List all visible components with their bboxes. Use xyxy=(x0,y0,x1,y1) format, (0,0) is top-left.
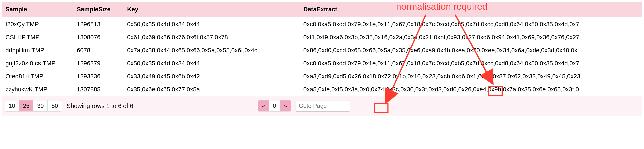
table-row[interactable]: I20xQy.TMP 1296813 0x50,0x35,0x4d,0x34,0… xyxy=(2,17,642,31)
page-size-50[interactable]: 50 xyxy=(48,100,62,112)
next-page-button[interactable]: » xyxy=(280,100,291,112)
cell-extract: 0x86,0xd0,0xcd,0x65,0x66,0x5a,0x35,0xe6,… xyxy=(300,44,642,57)
col-header-size[interactable]: SampleSize xyxy=(74,2,124,17)
cell-key: 0x7a,0x38,0x44,0x65,0x66,0x5a,0x55,0x6f,… xyxy=(124,44,300,57)
table-row[interactable]: CSLHP.TMP 1308076 0x61,0x69,0x36,0x76,0x… xyxy=(2,31,642,44)
page-size-selector: 10 25 30 50 xyxy=(4,100,62,112)
cell-size: 1296379 xyxy=(74,57,124,70)
cell-sample: ddppllkm.TMP xyxy=(2,44,74,57)
cell-size: 1293336 xyxy=(74,70,124,83)
col-header-extract[interactable]: DataExtract xyxy=(300,2,642,17)
cell-key: 0x35,0x6e,0x65,0x77,0x5a xyxy=(124,83,300,96)
header-row: Sample SampleSize Key DataExtract xyxy=(2,2,642,17)
cell-size: 1296813 xyxy=(74,17,124,31)
rows-status: Showing rows 1 to 6 of 6 xyxy=(67,103,134,109)
cell-size: 6078 xyxy=(74,44,124,57)
table-container: Sample SampleSize Key DataExtract I20xQy… xyxy=(2,2,642,116)
table-row[interactable]: ddppllkm.TMP 6078 0x7a,0x38,0x44,0x65,0x… xyxy=(2,44,642,57)
cell-extract: 0xc0,0xa5,0xdd,0x79,0x1e,0x11,0x67,0x18,… xyxy=(300,17,642,31)
prev-page-button[interactable]: « xyxy=(258,100,269,112)
page-size-10[interactable]: 10 xyxy=(4,100,19,112)
page-size-30[interactable]: 30 xyxy=(33,100,48,112)
table-row[interactable]: Ofeq81u.TMP 1293336 0x33,0x49,0x45,0x6b,… xyxy=(2,70,642,83)
data-table: Sample SampleSize Key DataExtract I20xQy… xyxy=(2,2,642,96)
cell-key: 0x50,0x35,0x4d,0x34,0x44 xyxy=(124,57,300,70)
cell-extract: 0xc0,0xa5,0xdd,0x79,0x1e,0x11,0x67,0x18,… xyxy=(300,57,642,70)
cell-sample: gujf2z0z.0.cs.TMP xyxy=(2,57,74,70)
cell-sample: CSLHP.TMP xyxy=(2,31,74,44)
cell-sample: I20xQy.TMP xyxy=(2,17,74,31)
cell-sample: Ofeq81u.TMP xyxy=(2,70,74,83)
cell-size: 1307885 xyxy=(74,83,124,96)
cell-extract: 0xf1,0xf9,0xa6,0x3b,0x35,0x16,0x2a,0x34,… xyxy=(300,31,642,44)
cell-key: 0x50,0x35,0x4d,0x34,0x44 xyxy=(124,17,300,31)
col-header-sample[interactable]: Sample xyxy=(2,2,74,17)
col-header-key[interactable]: Key xyxy=(124,2,300,17)
cell-key: 0x33,0x49,0x45,0x6b,0x42 xyxy=(124,70,300,83)
goto-page-input[interactable] xyxy=(296,100,350,112)
cell-key: 0x61,0x69,0x36,0x76,0x6f,0x57,0x78 xyxy=(124,31,300,44)
cell-extract: 0xa3,0xd9,0xd5,0x26,0x18,0x72,0x1b,0x10,… xyxy=(300,70,642,83)
current-page[interactable]: 0 xyxy=(269,100,280,112)
table-row[interactable]: gujf2z0z.0.cs.TMP 1296379 0x50,0x35,0x4d… xyxy=(2,57,642,70)
table-row[interactable]: zzyhukwK.TMP 1307885 0x35,0x6e,0x65,0x77… xyxy=(2,83,642,96)
cell-size: 1308076 xyxy=(74,31,124,44)
cell-sample: zzyhukwK.TMP xyxy=(2,83,74,96)
table-footer: 10 25 30 50 Showing rows 1 to 6 of 6 « 0… xyxy=(2,96,642,116)
page-size-25[interactable]: 25 xyxy=(19,100,33,112)
cell-extract: 0xa5,0xfe,0xf5,0x3a,0x0,0x74,0x3c,0x30,0… xyxy=(300,83,642,96)
paginator: « 0 » xyxy=(258,100,291,112)
